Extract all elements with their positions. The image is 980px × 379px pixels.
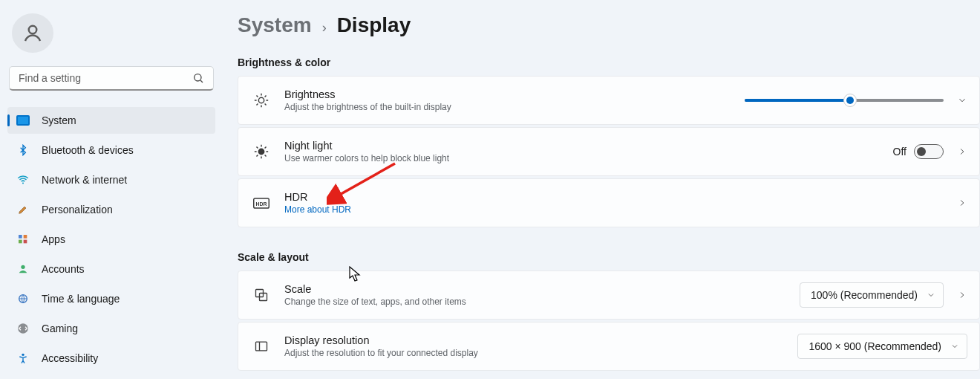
chevron-right-icon: › [322, 20, 327, 36]
sun-icon [253, 92, 270, 108]
scale-select-value: 100% (Recommended) [811, 289, 918, 301]
sidebar-item-label: Accessibility [42, 352, 98, 364]
card-subtitle: Adjust the resolution to fit your connec… [284, 348, 797, 358]
globe-icon [16, 292, 30, 305]
chevron-down-icon [950, 342, 959, 351]
gaming-icon [16, 322, 30, 335]
svg-rect-7 [24, 240, 27, 244]
sidebar-item-system[interactable]: System [7, 107, 215, 134]
svg-rect-18 [256, 342, 267, 351]
card-title: HDR [284, 191, 957, 203]
svg-rect-4 [19, 235, 22, 239]
night-light-toggle[interactable] [914, 144, 944, 159]
svg-point-8 [21, 265, 24, 269]
resolution-select[interactable]: 1600 × 900 (Recommended) [797, 334, 967, 359]
section-brightness-color: Brightness & color [238, 56, 980, 68]
sidebar-item-label: Network & internet [42, 174, 127, 186]
card-subtitle: Adjust the brightness of the built-in di… [284, 102, 745, 112]
sidebar-item-label: Bluetooth & devices [42, 144, 134, 156]
card-resolution[interactable]: Display resolution Adjust the resolution… [238, 322, 980, 371]
breadcrumb-parent[interactable]: System [238, 13, 312, 37]
card-hdr[interactable]: HDR HDR More about HDR [238, 178, 980, 227]
sidebar-item-accounts[interactable]: Accounts [7, 256, 215, 282]
svg-point-0 [29, 25, 37, 33]
hdr-more-link[interactable]: More about HDR [284, 204, 957, 215]
breadcrumb: System › Display [238, 13, 980, 37]
card-title: Brightness [284, 88, 745, 100]
accessibility-icon [16, 352, 30, 365]
sidebar-item-label: Gaming [42, 323, 78, 334]
svg-point-13 [258, 149, 264, 154]
apps-icon [16, 233, 30, 246]
search-icon [192, 72, 204, 84]
bluetooth-icon [16, 143, 30, 157]
avatar[interactable] [12, 13, 53, 53]
sidebar-item-time-language[interactable]: Time & language [7, 285, 215, 312]
card-brightness[interactable]: Brightness Adjust the brightness of the … [238, 76, 980, 125]
chevron-down-icon [927, 291, 935, 299]
sidebar-item-label: Accounts [42, 263, 85, 275]
main-content: System › Display Brightness & color Brig… [223, 0, 980, 379]
svg-rect-6 [19, 240, 22, 244]
card-subtitle: Use warmer colors to help block blue lig… [284, 153, 893, 163]
sidebar-item-network[interactable]: Network & internet [7, 166, 215, 193]
resolution-icon [253, 338, 270, 354]
chevron-right-icon[interactable] [957, 198, 967, 208]
svg-point-11 [22, 354, 24, 356]
svg-point-3 [22, 182, 24, 184]
scale-icon [253, 287, 270, 303]
chevron-right-icon[interactable] [957, 290, 967, 300]
sidebar-item-label: System [42, 114, 76, 126]
svg-point-12 [258, 97, 264, 103]
account-icon [16, 262, 30, 276]
card-scale[interactable]: Scale Change the size of text, apps, and… [238, 271, 980, 320]
card-night-light[interactable]: Night light Use warmer colors to help bl… [238, 127, 980, 176]
svg-point-1 [195, 74, 201, 81]
sidebar-item-bluetooth[interactable]: Bluetooth & devices [7, 137, 215, 163]
svg-line-2 [200, 80, 203, 82]
user-icon [22, 22, 44, 45]
sidebar-item-label: Personalization [42, 204, 113, 216]
slider-thumb[interactable] [843, 94, 857, 107]
sidebar: System Bluetooth & devices Network & int… [0, 0, 223, 379]
card-subtitle: Change the size of text, apps, and other… [284, 297, 800, 307]
sidebar-item-personalization[interactable]: Personalization [7, 196, 215, 223]
resolution-select-value: 1600 × 900 (Recommended) [808, 340, 941, 352]
section-scale-layout: Scale & layout [238, 251, 980, 263]
monitor-icon [16, 114, 30, 127]
sidebar-item-accessibility[interactable]: Accessibility [7, 345, 215, 372]
chevron-right-icon[interactable] [957, 146, 967, 157]
svg-rect-5 [24, 235, 27, 239]
sidebar-item-gaming[interactable]: Gaming [7, 315, 215, 342]
hdr-icon: HDR [253, 195, 270, 211]
sidebar-item-apps[interactable]: Apps [7, 226, 215, 253]
search-field[interactable] [19, 72, 192, 84]
sidebar-item-label: Time & language [42, 293, 120, 305]
card-title: Display resolution [284, 334, 797, 346]
brush-icon [16, 203, 30, 216]
card-title: Night light [284, 140, 893, 152]
night-light-icon [253, 143, 270, 160]
wifi-icon [16, 173, 30, 187]
card-title: Scale [284, 283, 800, 295]
brightness-slider[interactable] [745, 93, 944, 108]
chevron-down-icon[interactable] [957, 95, 967, 106]
sidebar-item-label: Apps [42, 233, 65, 245]
sidebar-nav: System Bluetooth & devices Network & int… [7, 107, 215, 372]
scale-select[interactable]: 100% (Recommended) [800, 282, 944, 308]
svg-text:HDR: HDR [256, 201, 267, 206]
search-input[interactable] [9, 66, 214, 91]
toggle-label: Off [893, 146, 906, 158]
page-title: Display [337, 13, 411, 37]
